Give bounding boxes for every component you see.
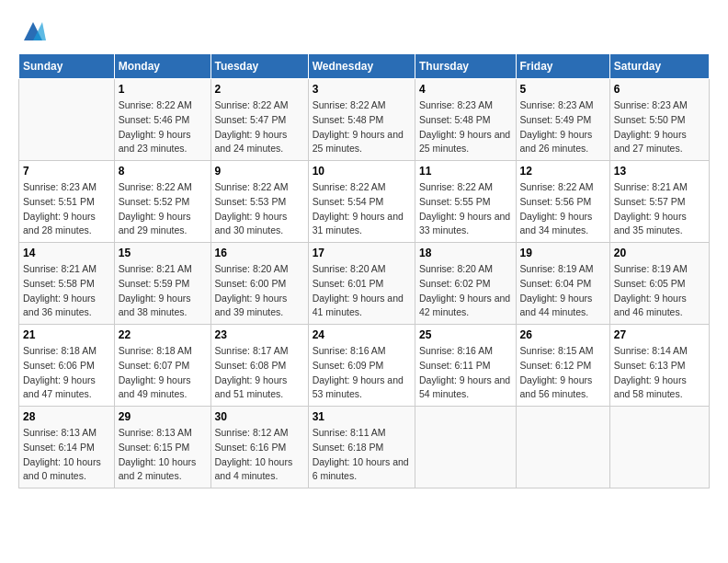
day-number: 9 — [215, 165, 304, 178]
header-cell-wednesday: Wednesday — [308, 54, 415, 79]
calendar-cell: 30Sunrise: 8:12 AMSunset: 6:16 PMDayligh… — [210, 407, 308, 488]
day-number: 16 — [215, 247, 304, 259]
day-number: 3 — [313, 83, 411, 96]
day-number: 14 — [23, 247, 110, 259]
calendar-cell: 28Sunrise: 8:13 AMSunset: 6:14 PMDayligh… — [19, 407, 115, 488]
header-cell-sunday: Sunday — [19, 54, 115, 79]
calendar-header: SundayMondayTuesdayWednesdayThursdayFrid… — [19, 54, 710, 79]
day-number: 20 — [614, 247, 705, 259]
calendar-cell: 15Sunrise: 8:21 AMSunset: 5:59 PMDayligh… — [114, 243, 210, 325]
day-number: 30 — [215, 410, 304, 423]
day-info: Sunrise: 8:22 AMSunset: 5:53 PMDaylight:… — [215, 180, 304, 238]
calendar-table: SundayMondayTuesdayWednesdayThursdayFrid… — [18, 53, 710, 488]
day-number: 8 — [119, 165, 207, 178]
day-number: 1 — [119, 83, 207, 96]
day-number: 6 — [614, 83, 705, 96]
calendar-cell: 7Sunrise: 8:23 AMSunset: 5:51 PMDaylight… — [19, 161, 115, 243]
calendar-cell: 22Sunrise: 8:18 AMSunset: 6:07 PMDayligh… — [114, 325, 210, 407]
day-info: Sunrise: 8:23 AMSunset: 5:50 PMDaylight:… — [614, 98, 705, 156]
calendar-cell: 14Sunrise: 8:21 AMSunset: 5:58 PMDayligh… — [19, 243, 115, 325]
week-row-2: 14Sunrise: 8:21 AMSunset: 5:58 PMDayligh… — [19, 243, 710, 325]
calendar-cell — [516, 407, 609, 488]
calendar-cell: 16Sunrise: 8:20 AMSunset: 6:00 PMDayligh… — [210, 243, 308, 325]
calendar-cell: 8Sunrise: 8:22 AMSunset: 5:52 PMDaylight… — [114, 161, 210, 243]
calendar-cell: 3Sunrise: 8:22 AMSunset: 5:48 PMDaylight… — [308, 79, 415, 161]
day-info: Sunrise: 8:23 AMSunset: 5:48 PMDaylight:… — [419, 98, 512, 156]
calendar-cell: 21Sunrise: 8:18 AMSunset: 6:06 PMDayligh… — [19, 325, 115, 407]
day-number: 4 — [419, 83, 512, 96]
day-number: 21 — [23, 328, 110, 341]
day-info: Sunrise: 8:21 AMSunset: 5:58 PMDaylight:… — [23, 262, 110, 320]
day-number: 10 — [313, 165, 411, 178]
calendar-cell: 23Sunrise: 8:17 AMSunset: 6:08 PMDayligh… — [210, 325, 308, 407]
day-info: Sunrise: 8:18 AMSunset: 6:07 PMDaylight:… — [119, 344, 207, 402]
day-number: 7 — [23, 165, 110, 178]
day-number: 12 — [520, 165, 606, 178]
day-info: Sunrise: 8:16 AMSunset: 6:09 PMDaylight:… — [313, 344, 411, 402]
calendar-cell — [415, 407, 516, 488]
calendar-cell: 2Sunrise: 8:22 AMSunset: 5:47 PMDaylight… — [210, 79, 308, 161]
day-info: Sunrise: 8:23 AMSunset: 5:49 PMDaylight:… — [520, 98, 606, 156]
day-info: Sunrise: 8:20 AMSunset: 6:01 PMDaylight:… — [313, 262, 411, 320]
calendar-cell: 31Sunrise: 8:11 AMSunset: 6:18 PMDayligh… — [308, 407, 415, 488]
day-info: Sunrise: 8:23 AMSunset: 5:51 PMDaylight:… — [23, 180, 110, 238]
day-info: Sunrise: 8:20 AMSunset: 6:02 PMDaylight:… — [419, 262, 512, 320]
day-info: Sunrise: 8:21 AMSunset: 5:59 PMDaylight:… — [119, 262, 207, 320]
header-row: SundayMondayTuesdayWednesdayThursdayFrid… — [19, 54, 710, 79]
day-number: 18 — [419, 247, 512, 259]
day-number: 19 — [520, 247, 606, 259]
calendar-cell: 26Sunrise: 8:15 AMSunset: 6:12 PMDayligh… — [516, 325, 609, 407]
day-number: 24 — [313, 328, 411, 341]
day-number: 22 — [119, 328, 207, 341]
calendar-cell: 5Sunrise: 8:23 AMSunset: 5:49 PMDaylight… — [516, 79, 609, 161]
day-number: 25 — [419, 328, 512, 341]
calendar-cell: 13Sunrise: 8:21 AMSunset: 5:57 PMDayligh… — [609, 161, 709, 243]
day-info: Sunrise: 8:22 AMSunset: 5:48 PMDaylight:… — [313, 98, 411, 156]
calendar-cell: 9Sunrise: 8:22 AMSunset: 5:53 PMDaylight… — [210, 161, 308, 243]
header-cell-thursday: Thursday — [415, 54, 516, 79]
day-number: 5 — [520, 83, 606, 96]
day-info: Sunrise: 8:13 AMSunset: 6:14 PMDaylight:… — [23, 426, 110, 484]
day-info: Sunrise: 8:18 AMSunset: 6:06 PMDaylight:… — [23, 344, 110, 402]
week-row-1: 7Sunrise: 8:23 AMSunset: 5:51 PMDaylight… — [19, 161, 710, 243]
day-number: 23 — [215, 328, 304, 341]
calendar-cell: 27Sunrise: 8:14 AMSunset: 6:13 PMDayligh… — [609, 325, 709, 407]
calendar-cell: 20Sunrise: 8:19 AMSunset: 6:05 PMDayligh… — [609, 243, 709, 325]
day-number: 26 — [520, 328, 606, 341]
header-cell-monday: Monday — [114, 54, 210, 79]
day-info: Sunrise: 8:19 AMSunset: 6:05 PMDaylight:… — [614, 262, 705, 320]
day-info: Sunrise: 8:11 AMSunset: 6:18 PMDaylight:… — [313, 426, 411, 484]
day-info: Sunrise: 8:13 AMSunset: 6:15 PMDaylight:… — [119, 426, 207, 484]
day-info: Sunrise: 8:16 AMSunset: 6:11 PMDaylight:… — [419, 344, 512, 402]
calendar-cell: 6Sunrise: 8:23 AMSunset: 5:50 PMDaylight… — [609, 79, 709, 161]
day-info: Sunrise: 8:14 AMSunset: 6:13 PMDaylight:… — [614, 344, 705, 402]
day-info: Sunrise: 8:22 AMSunset: 5:47 PMDaylight:… — [215, 98, 304, 156]
day-info: Sunrise: 8:22 AMSunset: 5:46 PMDaylight:… — [119, 98, 207, 156]
day-info: Sunrise: 8:22 AMSunset: 5:52 PMDaylight:… — [119, 180, 207, 238]
calendar-cell — [19, 79, 115, 161]
logo-icon — [20, 18, 46, 44]
day-info: Sunrise: 8:22 AMSunset: 5:56 PMDaylight:… — [520, 180, 606, 238]
calendar-cell: 12Sunrise: 8:22 AMSunset: 5:56 PMDayligh… — [516, 161, 609, 243]
day-number: 29 — [119, 410, 207, 423]
week-row-3: 21Sunrise: 8:18 AMSunset: 6:06 PMDayligh… — [19, 325, 710, 407]
calendar-cell: 18Sunrise: 8:20 AMSunset: 6:02 PMDayligh… — [415, 243, 516, 325]
calendar-cell — [609, 407, 709, 488]
day-info: Sunrise: 8:17 AMSunset: 6:08 PMDaylight:… — [215, 344, 304, 402]
logo — [18, 18, 46, 44]
calendar-cell: 17Sunrise: 8:20 AMSunset: 6:01 PMDayligh… — [308, 243, 415, 325]
day-number: 2 — [215, 83, 304, 96]
day-number: 17 — [313, 247, 411, 259]
header-cell-friday: Friday — [516, 54, 609, 79]
day-info: Sunrise: 8:15 AMSunset: 6:12 PMDaylight:… — [520, 344, 606, 402]
calendar-cell: 19Sunrise: 8:19 AMSunset: 6:04 PMDayligh… — [516, 243, 609, 325]
header — [18, 18, 710, 44]
day-info: Sunrise: 8:20 AMSunset: 6:00 PMDaylight:… — [215, 262, 304, 320]
calendar-cell: 29Sunrise: 8:13 AMSunset: 6:15 PMDayligh… — [114, 407, 210, 488]
day-number: 13 — [614, 165, 705, 178]
day-info: Sunrise: 8:12 AMSunset: 6:16 PMDaylight:… — [215, 426, 304, 484]
day-number: 27 — [614, 328, 705, 341]
calendar-cell: 24Sunrise: 8:16 AMSunset: 6:09 PMDayligh… — [308, 325, 415, 407]
calendar-cell: 11Sunrise: 8:22 AMSunset: 5:55 PMDayligh… — [415, 161, 516, 243]
day-info: Sunrise: 8:19 AMSunset: 6:04 PMDaylight:… — [520, 262, 606, 320]
